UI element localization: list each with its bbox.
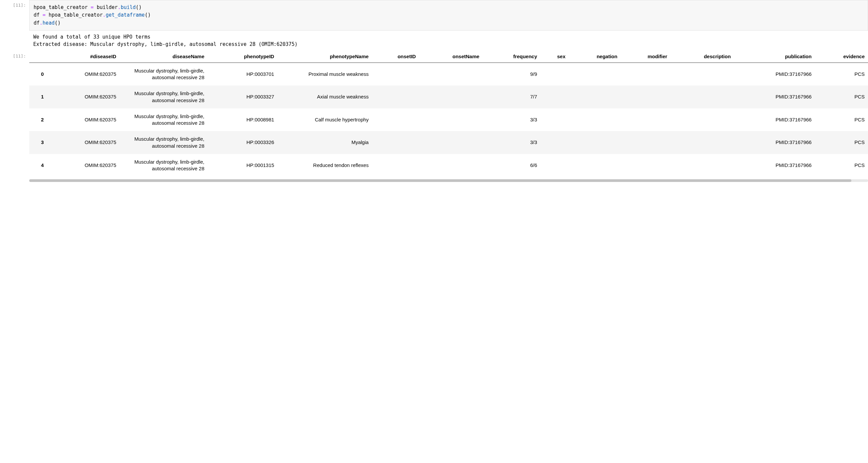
cell-phenotypeName: Myalgia: [277, 131, 372, 154]
cell-evidence: PCS: [815, 86, 868, 109]
cell-onsetID: [372, 154, 419, 177]
row-index: 2: [29, 109, 47, 131]
row-index: 3: [29, 131, 47, 154]
cell-publication: PMID:37167966: [734, 131, 815, 154]
code-line: df = hpoa_table_creator.get_dataframe(): [34, 11, 864, 19]
table-row: 3OMIM:620375Muscular dystrophy, limb-gir…: [29, 131, 868, 154]
stdout-prompt-spacer: [0, 31, 29, 50]
dataframe-table: #diseaseIDdiseaseNamephenotypeIDphenotyp…: [29, 50, 868, 177]
code-line: hpoa_table_creator = builder.build(): [34, 4, 864, 11]
column-header: onsetName: [419, 50, 483, 63]
row-index: 4: [29, 154, 47, 177]
column-header: phenotypeName: [277, 50, 372, 63]
horizontal-scrollbar[interactable]: [29, 179, 868, 182]
cell-onsetName: [419, 63, 483, 86]
cell-phenotypeName: Proximal muscle weakness: [277, 63, 372, 86]
output-cell: [11]: #diseaseIDdiseaseNamephenotypeIDph…: [0, 50, 868, 189]
cell-phenotypeID: HP:0003701: [208, 63, 278, 86]
table-index-header: [29, 50, 47, 63]
cell-sex: [540, 131, 569, 154]
cell-diseaseName: Muscular dystrophy, limb-girdle, autosom…: [119, 154, 208, 177]
cell-publication: PMID:37167966: [734, 154, 815, 177]
cell-phenotypeID: HP:0003327: [208, 86, 278, 109]
cell-onsetName: [419, 154, 483, 177]
cell-diseaseName: Muscular dystrophy, limb-girdle, autosom…: [119, 63, 208, 86]
input-prompt: [11]:: [0, 0, 29, 31]
cell-evidence: PCS: [815, 131, 868, 154]
column-header: phenotypeID: [208, 50, 278, 63]
cell-modifier: [621, 86, 671, 109]
cell-modifier: [621, 131, 671, 154]
column-header: diseaseName: [119, 50, 208, 63]
table-row: 4OMIM:620375Muscular dystrophy, limb-gir…: [29, 154, 868, 177]
cell-phenotypeID: HP:0003326: [208, 131, 278, 154]
table-row: 2OMIM:620375Muscular dystrophy, limb-gir…: [29, 109, 868, 131]
cell-diseaseID: OMIM:620375: [47, 86, 120, 109]
cell-onsetID: [372, 131, 419, 154]
code-line: df.head(): [34, 19, 864, 27]
table-header-row: #diseaseIDdiseaseNamephenotypeIDphenotyp…: [29, 50, 868, 63]
stdout-line-1: We found a total of 33 unique HPO terms: [33, 34, 150, 40]
cell-diseaseID: OMIM:620375: [47, 109, 120, 131]
cell-frequency: 6/6: [483, 154, 540, 177]
cell-onsetName: [419, 131, 483, 154]
cell-diseaseName: Muscular dystrophy, limb-girdle, autosom…: [119, 109, 208, 131]
cell-diseaseID: OMIM:620375: [47, 131, 120, 154]
column-header: #diseaseID: [47, 50, 120, 63]
code-input-area[interactable]: hpoa_table_creator = builder.build()df =…: [29, 0, 868, 31]
column-header: publication: [734, 50, 815, 63]
cell-modifier: [621, 109, 671, 131]
column-header: description: [671, 50, 734, 63]
cell-negation: [569, 131, 621, 154]
table-body: 0OMIM:620375Muscular dystrophy, limb-gir…: [29, 63, 868, 177]
cell-phenotypeName: Axial muscle weakness: [277, 86, 372, 109]
cell-sex: [540, 154, 569, 177]
cell-diseaseID: OMIM:620375: [47, 154, 120, 177]
cell-evidence: PCS: [815, 109, 868, 131]
cell-negation: [569, 63, 621, 86]
cell-negation: [569, 109, 621, 131]
cell-description: [671, 131, 734, 154]
column-header: onsetID: [372, 50, 419, 63]
cell-description: [671, 154, 734, 177]
cell-evidence: PCS: [815, 154, 868, 177]
cell-frequency: 7/7: [483, 86, 540, 109]
cell-description: [671, 109, 734, 131]
cell-evidence: PCS: [815, 63, 868, 86]
cell-publication: PMID:37167966: [734, 86, 815, 109]
cell-negation: [569, 86, 621, 109]
row-index: 1: [29, 86, 47, 109]
cell-publication: PMID:37167966: [734, 63, 815, 86]
column-header: frequency: [483, 50, 540, 63]
cell-phenotypeID: HP:0008981: [208, 109, 278, 131]
cell-publication: PMID:37167966: [734, 109, 815, 131]
cell-description: [671, 86, 734, 109]
table-row: 1OMIM:620375Muscular dystrophy, limb-gir…: [29, 86, 868, 109]
cell-frequency: 3/3: [483, 109, 540, 131]
cell-onsetID: [372, 86, 419, 109]
cell-frequency: 3/3: [483, 131, 540, 154]
cell-modifier: [621, 63, 671, 86]
cell-negation: [569, 154, 621, 177]
cell-onsetName: [419, 86, 483, 109]
stdout-cell: We found a total of 33 unique HPO terms …: [0, 31, 868, 50]
cell-sex: [540, 63, 569, 86]
cell-phenotypeName: Calf muscle hypertrophy: [277, 109, 372, 131]
cell-diseaseName: Muscular dystrophy, limb-girdle, autosom…: [119, 131, 208, 154]
input-cell: [11]: hpoa_table_creator = builder.build…: [0, 0, 868, 31]
cell-diseaseID: OMIM:620375: [47, 63, 120, 86]
cell-frequency: 9/9: [483, 63, 540, 86]
cell-onsetID: [372, 109, 419, 131]
dataframe-output: #diseaseIDdiseaseNamephenotypeIDphenotyp…: [29, 50, 868, 189]
column-header: modifier: [621, 50, 671, 63]
table-row: 0OMIM:620375Muscular dystrophy, limb-gir…: [29, 63, 868, 86]
cell-phenotypeID: HP:0001315: [208, 154, 278, 177]
cell-onsetID: [372, 63, 419, 86]
cell-phenotypeName: Reduced tendon reflexes: [277, 154, 372, 177]
cell-onsetName: [419, 109, 483, 131]
cell-description: [671, 63, 734, 86]
scrollbar-thumb[interactable]: [29, 179, 851, 182]
row-index: 0: [29, 63, 47, 86]
cell-sex: [540, 109, 569, 131]
stdout-output: We found a total of 33 unique HPO terms …: [29, 31, 868, 50]
